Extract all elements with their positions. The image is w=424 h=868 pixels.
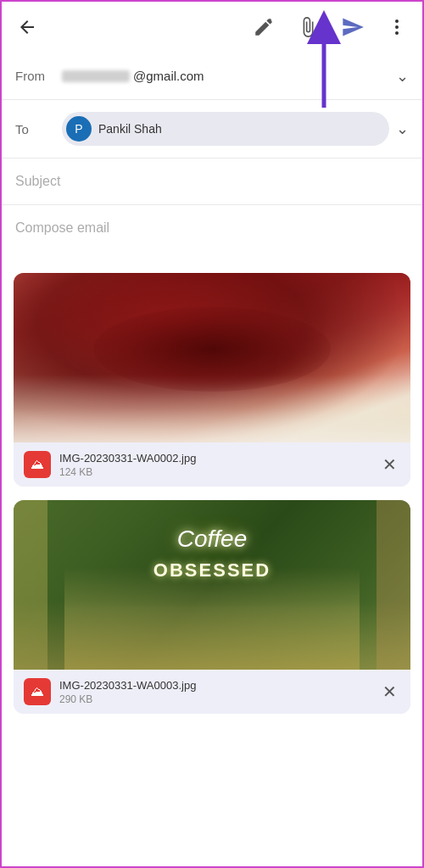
compose-placeholder: Compose email xyxy=(15,220,109,235)
send-button[interactable] xyxy=(338,12,368,42)
subject-field[interactable]: Subject xyxy=(2,159,422,205)
image-icon-2: ⛰ xyxy=(31,684,44,699)
back-button[interactable] xyxy=(14,14,41,41)
attachment-card-1: ⛰ IMG-20230331-WA0002.jpg 124 KB ✕ xyxy=(14,273,410,487)
attach-button[interactable] xyxy=(293,13,322,42)
send-icon xyxy=(341,15,365,39)
remove-attachment-1[interactable]: ✕ xyxy=(379,451,400,478)
attach-icon xyxy=(297,16,319,38)
file-icon-2: ⛰ xyxy=(24,678,51,705)
to-value: P Pankil Shah xyxy=(62,112,389,146)
remove-attachment-2[interactable]: ✕ xyxy=(379,678,400,705)
image-icon-1: ⛰ xyxy=(31,457,44,472)
to-field[interactable]: To P Pankil Shah ⌄ xyxy=(2,100,422,159)
toolbar xyxy=(2,2,422,53)
compose-area[interactable]: Compose email xyxy=(2,205,422,273)
file-details-2: IMG-20230331-WA0003.jpg 290 KB xyxy=(59,679,371,705)
coffee-text-obsessed: OBSESSED xyxy=(153,559,271,581)
from-value: @gmail.com xyxy=(62,69,389,83)
attachments-container: ⛰ IMG-20230331-WA0002.jpg 124 KB ✕ Coffe… xyxy=(2,273,422,727)
edit-icon xyxy=(253,16,275,38)
coffee-image: Coffee OBSESSED xyxy=(14,500,410,670)
attachment-preview-1 xyxy=(14,273,410,442)
to-chevron: ⌄ xyxy=(396,120,409,138)
file-size-1: 124 KB xyxy=(59,466,371,478)
file-name-2: IMG-20230331-WA0003.jpg xyxy=(59,679,371,692)
recipient-name: Pankil Shah xyxy=(98,122,162,136)
edit-button[interactable] xyxy=(249,13,278,42)
cheesecake-image xyxy=(14,273,410,442)
attachment-preview-2: Coffee OBSESSED xyxy=(14,500,410,670)
from-field[interactable]: From @gmail.com ⌄ xyxy=(2,53,422,100)
attachment-info-1: ⛰ IMG-20230331-WA0002.jpg 124 KB ✕ xyxy=(14,442,410,487)
from-label: From xyxy=(15,69,62,83)
file-size-2: 290 KB xyxy=(59,693,371,705)
email-suffix: @gmail.com xyxy=(133,69,204,83)
to-label: To xyxy=(15,122,62,136)
subject-placeholder: Subject xyxy=(15,174,60,188)
more-icon xyxy=(387,17,407,37)
svg-point-2 xyxy=(395,19,399,23)
recipient-chip[interactable]: P Pankil Shah xyxy=(62,112,389,146)
file-details-1: IMG-20230331-WA0002.jpg 124 KB xyxy=(59,452,371,478)
file-name-1: IMG-20230331-WA0002.jpg xyxy=(59,452,371,465)
attachment-card-2: Coffee OBSESSED ⛰ IMG-20230331-WA0003.jp… xyxy=(14,500,410,714)
attachment-info-2: ⛰ IMG-20230331-WA0003.jpg 290 KB ✕ xyxy=(14,670,410,714)
recipient-avatar: P xyxy=(66,116,92,142)
svg-point-3 xyxy=(395,25,399,29)
email-blur xyxy=(62,70,130,82)
more-button[interactable] xyxy=(383,14,410,41)
from-chevron: ⌄ xyxy=(396,67,409,86)
coffee-text-neon: Coffee xyxy=(177,526,248,553)
file-icon-1: ⛰ xyxy=(24,451,51,478)
svg-point-4 xyxy=(395,31,399,35)
back-icon xyxy=(17,17,37,37)
